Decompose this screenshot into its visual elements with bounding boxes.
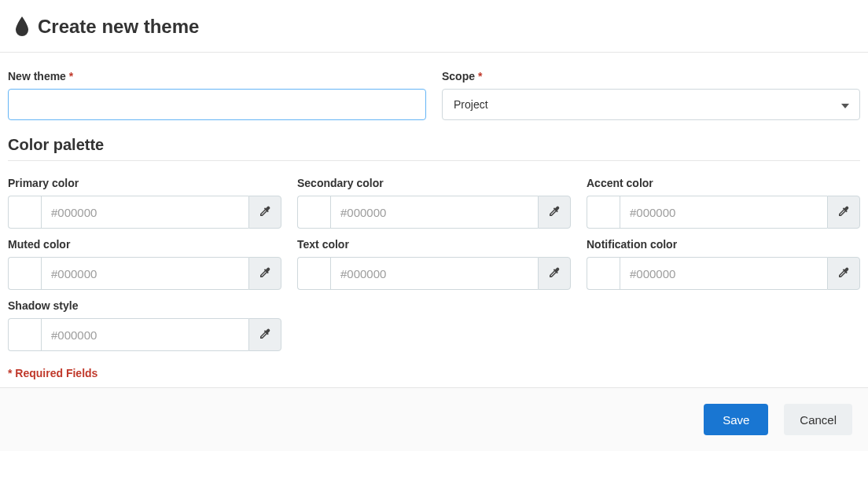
secondary-color-input[interactable] [330, 196, 538, 229]
text-color-label: Text color [297, 238, 571, 251]
primary-color-field: Primary color [8, 177, 281, 229]
primary-color-swatch[interactable] [8, 196, 41, 229]
eyedropper-icon [259, 205, 271, 220]
muted-color-swatch[interactable] [8, 257, 41, 290]
page-header: Create new theme [0, 0, 868, 52]
secondary-color-picker-button[interactable] [538, 196, 571, 229]
secondary-color-label: Secondary color [297, 177, 571, 189]
shadow-style-field: Shadow style [8, 299, 281, 351]
scope-select[interactable]: Project [442, 89, 860, 120]
palette-section-title: Color palette [8, 136, 860, 154]
shadow-style-input[interactable] [41, 318, 248, 351]
footer: Save Cancel [0, 387, 868, 451]
shadow-style-swatch[interactable] [8, 318, 41, 351]
primary-color-picker-button[interactable] [248, 196, 281, 229]
palette-divider [8, 160, 860, 161]
save-button[interactable]: Save [704, 404, 768, 435]
accent-color-swatch[interactable] [587, 196, 620, 229]
secondary-color-swatch[interactable] [297, 196, 330, 229]
color-grid: Primary color Secondary color [8, 177, 860, 351]
secondary-color-field: Secondary color [297, 177, 571, 229]
page-title: Create new theme [38, 16, 199, 38]
muted-color-picker-button[interactable] [248, 257, 281, 290]
scope-label: Scope * [442, 70, 860, 82]
notification-color-label: Notification color [587, 238, 860, 251]
required-fields-note: * Required Fields [8, 367, 860, 379]
muted-color-label: Muted color [8, 238, 281, 251]
form-body: New theme * Scope * Project Color palett… [0, 53, 868, 387]
accent-color-input[interactable] [620, 196, 827, 229]
theme-name-label: New theme * [8, 70, 426, 82]
theme-name-field: New theme * [8, 70, 426, 120]
eyedropper-icon [259, 328, 271, 343]
eyedropper-icon [548, 205, 561, 220]
notification-color-swatch[interactable] [587, 257, 620, 290]
text-color-field: Text color [297, 238, 571, 290]
text-color-swatch[interactable] [297, 257, 330, 290]
muted-color-field: Muted color [8, 238, 281, 290]
tint-icon [14, 16, 30, 37]
scope-field: Scope * Project [442, 70, 860, 120]
eyedropper-icon [837, 266, 850, 281]
notification-color-input[interactable] [620, 257, 827, 290]
accent-color-picker-button[interactable] [827, 196, 860, 229]
notification-color-field: Notification color [587, 238, 860, 290]
cancel-button[interactable]: Cancel [784, 404, 852, 435]
shadow-style-label: Shadow style [8, 299, 281, 312]
primary-color-input[interactable] [41, 196, 248, 229]
theme-name-input[interactable] [8, 89, 426, 120]
accent-color-label: Accent color [587, 177, 860, 189]
accent-color-field: Accent color [587, 177, 860, 229]
required-marker: * [478, 70, 482, 82]
text-color-picker-button[interactable] [538, 257, 571, 290]
eyedropper-icon [548, 266, 561, 281]
notification-color-picker-button[interactable] [827, 257, 860, 290]
shadow-style-picker-button[interactable] [248, 318, 281, 351]
muted-color-input[interactable] [41, 257, 248, 290]
text-color-input[interactable] [330, 257, 538, 290]
eyedropper-icon [837, 205, 850, 220]
required-marker: * [69, 70, 73, 82]
eyedropper-icon [259, 266, 271, 281]
primary-color-label: Primary color [8, 177, 281, 189]
